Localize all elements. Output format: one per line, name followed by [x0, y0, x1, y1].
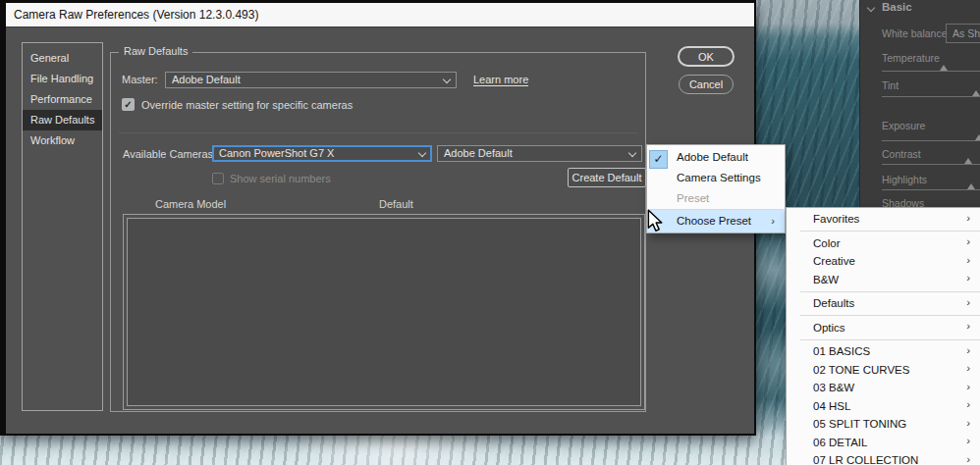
raw-defaults-groupbox: Raw Defaults Master: Adobe Default Learn…	[110, 52, 646, 412]
basic-panel-title: Basic	[882, 1, 912, 13]
chevron-down-icon	[418, 149, 426, 157]
available-cameras-label: Available Cameras:	[123, 148, 216, 160]
camera-select[interactable]: Canon PowerShot G7 X	[212, 145, 432, 162]
sidebar-item-performance[interactable]: Performance	[23, 89, 102, 110]
slider-thumb[interactable]	[940, 65, 948, 71]
highlights-label: Highlights	[882, 174, 927, 185]
learn-more-link[interactable]: Learn more	[473, 74, 528, 86]
slider-thumb[interactable]	[964, 158, 972, 164]
submenu-item-favorites[interactable]: Favorites›	[787, 210, 980, 229]
white-balance-select[interactable]: As Shot	[946, 24, 980, 43]
override-label: Override master setting for specific cam…	[141, 99, 353, 111]
menu-separator	[800, 291, 980, 292]
submenu-arrow-icon: ›	[966, 272, 970, 284]
submenu-arrow-icon: ›	[966, 398, 970, 410]
menu-item-camera-settings[interactable]: Camera Settings	[647, 168, 785, 188]
exposure-slider[interactable]	[882, 140, 980, 141]
contrast-slider[interactable]	[882, 164, 980, 165]
menu-item-choose-preset[interactable]: Choose Preset ›	[647, 210, 785, 232]
master-label: Master:	[122, 74, 158, 85]
ok-button[interactable]: OK	[678, 46, 735, 67]
submenu-arrow-icon: ›	[966, 435, 970, 446]
highlights-slider[interactable]	[882, 189, 980, 190]
default-option-menu: ✓ Adobe Default Camera Settings Preset C…	[646, 144, 786, 233]
submenu-item-01-basics[interactable]: 01 BASICS›	[787, 342, 980, 361]
master-select[interactable]: Adobe Default	[165, 72, 457, 88]
submenu-item-creative[interactable]: Creative›	[787, 252, 980, 271]
menu-separator	[800, 315, 980, 316]
chevron-down-icon	[628, 149, 636, 157]
white-balance-label: White balance	[882, 27, 948, 39]
exposure-label: Exposure	[882, 120, 925, 131]
submenu-item-02-tone-curves[interactable]: 02 TONE CURVES›	[787, 361, 980, 380]
submenu-item-07-lr-collection[interactable]: 07 LR COLLECTION›	[787, 451, 980, 465]
groupbox-title: Raw Defaults	[119, 45, 192, 57]
submenu-arrow-icon: ›	[966, 344, 970, 356]
camera-defaults-table[interactable]	[123, 214, 645, 410]
tint-label: Tint	[882, 79, 898, 91]
submenu-item-06-detail[interactable]: 06 DETAIL›	[787, 434, 980, 452]
submenu-item-color[interactable]: Color›	[787, 234, 980, 253]
slider-thumb[interactable]	[972, 90, 980, 96]
submenu-arrow-icon: ›	[966, 296, 970, 308]
submenu-item-optics[interactable]: Optics›	[787, 319, 980, 337]
camera-raw-preferences-dialog: Camera Raw Preferences (Version 12.3.0.4…	[0, 0, 756, 436]
menu-item-adobe-default[interactable]: ✓ Adobe Default	[647, 147, 785, 168]
submenu-arrow-icon: ›	[966, 320, 970, 332]
cancel-button[interactable]: Cancel	[679, 75, 734, 94]
contrast-label: Contrast	[882, 148, 921, 160]
submenu-arrow-icon: ›	[966, 254, 970, 266]
submenu-arrow-icon: ›	[771, 210, 775, 232]
show-serial-label: Show serial numbers	[230, 173, 331, 184]
sidebar-item-file-handling[interactable]: File Handling	[23, 69, 102, 89]
sidebar-item-workflow[interactable]: Workflow	[23, 130, 102, 151]
menu-separator	[800, 339, 980, 340]
override-checkbox[interactable]: ✓	[122, 98, 135, 111]
choose-preset-submenu: Favorites› Color› Creative› B&W› Default…	[786, 207, 980, 465]
submenu-item-bw[interactable]: B&W›	[787, 271, 980, 289]
submenu-item-05-split-toning[interactable]: 05 SPLIT TONING›	[787, 415, 980, 434]
sidebar-item-raw-defaults[interactable]: Raw Defaults	[23, 110, 102, 130]
mouse-cursor	[647, 209, 664, 233]
temperature-label: Temperature	[882, 52, 940, 64]
window-title: Camera Raw Preferences (Version 12.3.0.4…	[14, 8, 258, 22]
submenu-arrow-icon: ›	[966, 235, 970, 247]
title-bar[interactable]: Camera Raw Preferences (Version 12.3.0.4…	[6, 3, 754, 27]
divider	[119, 132, 637, 133]
submenu-arrow-icon: ›	[966, 362, 970, 374]
chevron-down-icon[interactable]	[867, 4, 875, 12]
menu-separator	[800, 231, 980, 232]
preferences-sidebar: General File Handling Performance Raw De…	[22, 42, 103, 411]
submenu-arrow-icon: ›	[966, 212, 970, 224]
submenu-arrow-icon: ›	[966, 381, 970, 392]
submenu-item-defaults[interactable]: Defaults›	[787, 294, 980, 313]
screen: Basic White balance As Shot Temperature …	[0, 0, 980, 465]
column-header-default: Default	[379, 198, 413, 210]
submenu-item-04-hsl[interactable]: 04 HSL›	[787, 397, 980, 416]
check-icon: ✓	[649, 150, 668, 169]
submenu-arrow-icon: ›	[966, 453, 970, 465]
menu-item-preset: Preset	[647, 188, 785, 209]
camera-defaults-table-body	[127, 218, 641, 406]
temperature-slider[interactable]	[882, 71, 980, 72]
sidebar-item-general[interactable]: General	[23, 48, 102, 69]
slider-thumb[interactable]	[967, 183, 975, 189]
chevron-down-icon	[443, 76, 451, 83]
show-serial-checkbox[interactable]	[212, 173, 224, 184]
camera-default-select[interactable]: Adobe Default	[437, 145, 642, 162]
tint-slider[interactable]	[882, 96, 980, 97]
slider-thumb[interactable]	[975, 134, 980, 140]
create-default-button[interactable]: Create Default	[568, 168, 646, 187]
submenu-arrow-icon: ›	[966, 417, 970, 429]
column-header-camera-model: Camera Model	[155, 198, 226, 210]
submenu-item-03-bw[interactable]: 03 B&W›	[787, 379, 980, 397]
